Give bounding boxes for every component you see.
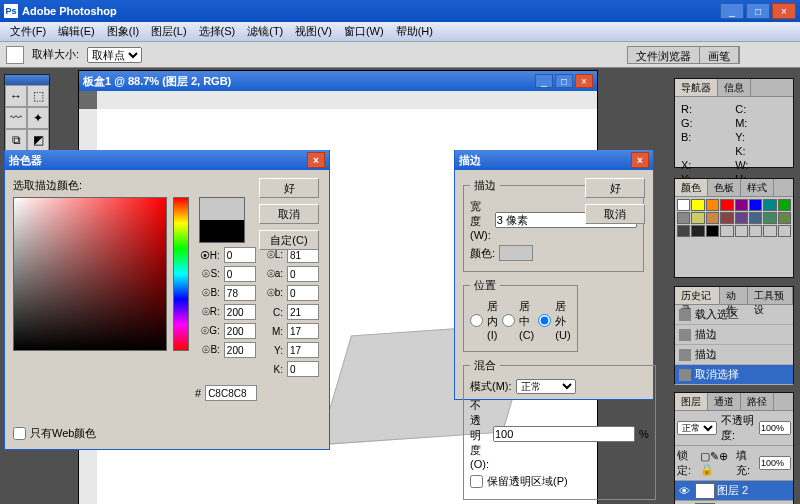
- b-input[interactable]: [224, 285, 256, 301]
- history-item[interactable]: 描边: [675, 345, 793, 365]
- pos-outside-radio[interactable]: [538, 314, 551, 327]
- tab-info[interactable]: 信息: [718, 79, 751, 96]
- color-preview: [199, 197, 245, 243]
- preserve-transparency-checkbox[interactable]: [470, 475, 483, 488]
- r-input[interactable]: [224, 304, 256, 320]
- c-input[interactable]: [287, 304, 319, 320]
- palette-well: 文件浏览器 画笔: [627, 46, 740, 64]
- app-icon: Ps: [4, 4, 18, 18]
- maximize-button[interactable]: □: [746, 3, 770, 19]
- layer-opacity-input[interactable]: [759, 421, 791, 435]
- doc-minimize-button[interactable]: _: [535, 74, 553, 88]
- tab-history[interactable]: 历史记录: [675, 287, 720, 304]
- stroke-color-swatch[interactable]: [499, 245, 533, 261]
- hex-input[interactable]: [205, 385, 257, 401]
- menu-help[interactable]: 帮助(H): [390, 24, 439, 39]
- web-only-checkbox[interactable]: [13, 427, 26, 440]
- toolbox: ↔⬚ 〰✦ ⧉◩: [4, 74, 50, 152]
- history-item[interactable]: 描边: [675, 325, 793, 345]
- bv-input[interactable]: [224, 342, 256, 358]
- color-field[interactable]: [13, 197, 167, 351]
- menu-file[interactable]: 文件(F): [4, 24, 52, 39]
- y-input[interactable]: [287, 342, 319, 358]
- g-input[interactable]: [224, 323, 256, 339]
- menu-view[interactable]: 视图(V): [289, 24, 338, 39]
- menu-select[interactable]: 选择(S): [193, 24, 242, 39]
- colorpicker-cancel-button[interactable]: 取消: [259, 204, 319, 224]
- tab-filebrowser[interactable]: 文件浏览器: [628, 47, 700, 63]
- tab-toolpresets[interactable]: 工具预设: [748, 287, 793, 304]
- current-tool-icon[interactable]: [6, 46, 24, 64]
- close-button[interactable]: ×: [772, 3, 796, 19]
- history-panel: 历史记录动作工具预设 载入选区 描边 描边 取消选择: [674, 286, 794, 384]
- tab-actions[interactable]: 动作: [720, 287, 749, 304]
- swatch-grid: [675, 197, 793, 239]
- stroke-opacity-input[interactable]: [493, 426, 635, 442]
- colorpicker-dialog: 拾色器× 选取描边颜色: ⦿H:⦾L: ⦾S:⦾a: ⦾B:⦾b: ⦾R:C: …: [4, 150, 330, 450]
- sample-size-select[interactable]: 取样点: [87, 47, 142, 63]
- wand-tool-icon[interactable]: ✦: [27, 107, 49, 129]
- stroke-ok-button[interactable]: 好: [585, 178, 645, 198]
- pos-inside-radio[interactable]: [470, 314, 483, 327]
- history-item[interactable]: 载入选区: [675, 305, 793, 325]
- a-input[interactable]: [287, 266, 319, 282]
- menubar: 文件(F) 编辑(E) 图象(I) 图层(L) 选择(S) 滤镜(T) 视图(V…: [0, 22, 800, 42]
- document-title: 板盒1 @ 88.7% (图层 2, RGB): [83, 74, 535, 89]
- menu-filter[interactable]: 滤镜(T): [241, 24, 289, 39]
- layer-blend-select[interactable]: 正常: [677, 421, 717, 435]
- s-input[interactable]: [224, 266, 256, 282]
- colorpicker-close-button[interactable]: ×: [307, 152, 325, 168]
- layers-panel: 图层通道路径 正常 不透明度: 锁定:▢✎⊕🔒 填充: 👁图层 2 👁图层 1 …: [674, 392, 794, 504]
- sample-size-label: 取样大小:: [32, 47, 79, 62]
- slice-tool-icon[interactable]: ◩: [27, 129, 49, 151]
- m-input[interactable]: [287, 323, 319, 339]
- tab-layers[interactable]: 图层: [675, 393, 708, 410]
- tab-color[interactable]: 颜色: [675, 179, 708, 196]
- navigator-panel: 导航器信息 R:C: G:M: B:Y: K: X:W: Y:H:: [674, 78, 794, 168]
- eye-icon[interactable]: 👁: [675, 485, 693, 497]
- menu-image[interactable]: 图象(I): [101, 24, 145, 39]
- move-tool-icon[interactable]: ↔: [5, 85, 27, 107]
- app-title: Adobe Photoshop: [22, 5, 720, 17]
- minimize-button[interactable]: _: [720, 3, 744, 19]
- hue-slider[interactable]: [173, 197, 189, 351]
- layer-row[interactable]: 👁图层 2: [675, 481, 793, 501]
- doc-maximize-button[interactable]: □: [555, 74, 573, 88]
- tab-channels[interactable]: 通道: [708, 393, 741, 410]
- crop-tool-icon[interactable]: ⧉: [5, 129, 27, 151]
- menu-edit[interactable]: 编辑(E): [52, 24, 101, 39]
- stroke-cancel-button[interactable]: 取消: [585, 204, 645, 224]
- stroke-title: 描边: [459, 153, 631, 168]
- colorpicker-title: 拾色器: [9, 153, 307, 168]
- tab-paths[interactable]: 路径: [741, 393, 774, 410]
- marquee-tool-icon[interactable]: ⬚: [27, 85, 49, 107]
- doc-close-button[interactable]: ×: [575, 74, 593, 88]
- blend-mode-select[interactable]: 正常: [516, 379, 576, 394]
- stroke-close-button[interactable]: ×: [631, 152, 649, 168]
- pos-center-radio[interactable]: [502, 314, 515, 327]
- layer-fill-input[interactable]: [759, 456, 791, 470]
- colorpicker-custom-button[interactable]: 自定(C): [259, 230, 319, 250]
- color-panel: 颜色色板样式: [674, 178, 794, 278]
- colorpicker-ok-button[interactable]: 好: [259, 178, 319, 198]
- tab-styles[interactable]: 样式: [741, 179, 774, 196]
- k-input[interactable]: [287, 361, 319, 377]
- ruler-horizontal: [97, 91, 597, 109]
- tab-swatches[interactable]: 色板: [708, 179, 741, 196]
- menu-layer[interactable]: 图层(L): [145, 24, 192, 39]
- menu-window[interactable]: 窗口(W): [338, 24, 390, 39]
- h-input[interactable]: [224, 247, 256, 263]
- b2-input[interactable]: [287, 285, 319, 301]
- tab-brushes[interactable]: 画笔: [700, 47, 739, 63]
- lasso-tool-icon[interactable]: 〰: [5, 107, 27, 129]
- tab-navigator[interactable]: 导航器: [675, 79, 718, 96]
- history-item[interactable]: 取消选择: [675, 365, 793, 385]
- stroke-dialog: 描边× 描边 宽度(W): 颜色: 位置 居内(I) 居中(C) 居外(U) 混…: [454, 150, 654, 400]
